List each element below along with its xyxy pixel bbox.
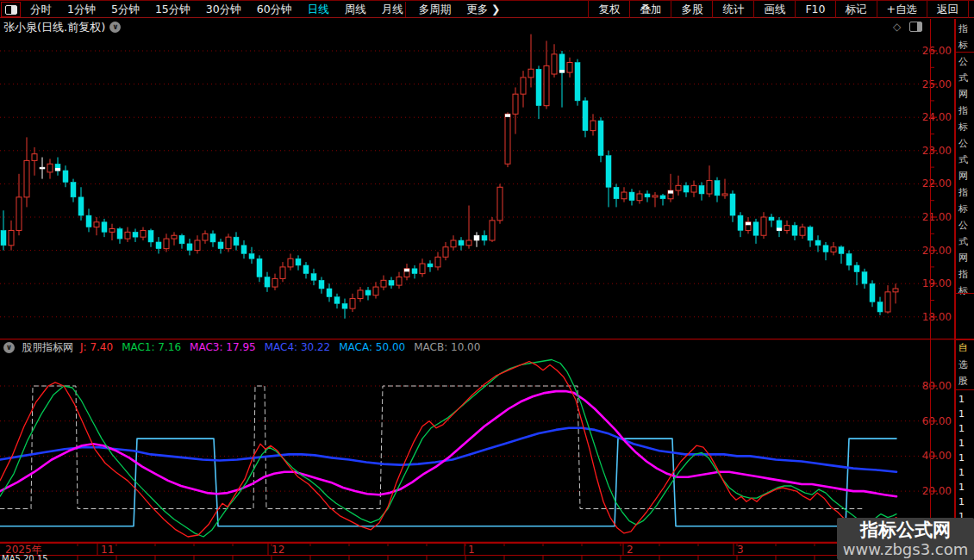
clipped-glyph: 1 [958, 395, 974, 405]
svg-text:20.00: 20.00 [922, 485, 952, 497]
indicator-value-MAC3: MAC3: 17.95 [190, 341, 256, 353]
toolbar-button-5[interactable]: F10 [796, 1, 835, 18]
indicator-chevron-icon[interactable]: ∨ [3, 342, 15, 353]
svg-text:3: 3 [737, 544, 744, 556]
strip-divider [956, 293, 974, 294]
clipped-glyph: 1 [958, 468, 974, 478]
period-tab-4[interactable]: 30分钟 [198, 1, 249, 18]
indicator-header: ∨ 股朋指标网 J: 7.40MAC1: 7.16MAC3: 17.95MAC4… [3, 340, 480, 354]
candlestick-chart[interactable]: 18.0019.0020.0021.0022.0023.0024.0025.00… [0, 19, 974, 339]
trading-app-screen: 分时1分钟5分钟15分钟30分钟60分钟日线周线月线多周期更多 ❯ 复权叠加多股… [0, 0, 974, 560]
clipped-glyph: 公 [958, 221, 974, 231]
clipped-glyph: 指 [958, 106, 974, 116]
strip-divider [956, 52, 974, 53]
period-tab-9[interactable]: 多周期 [411, 1, 459, 18]
svg-text:21.00: 21.00 [922, 211, 952, 223]
indicator-value-MAC1: MAC1: 7.16 [122, 341, 181, 353]
svg-text:18.00: 18.00 [922, 311, 952, 323]
clipped-glyph: 公 [958, 139, 974, 149]
clipped-glyph: 1 [958, 482, 974, 493]
watermark: 指标公式网 www.zbgs3.com [837, 518, 974, 560]
clipped-glyph: 1 [958, 453, 974, 464]
svg-text:12: 12 [272, 544, 284, 556]
watermark-url: www.zbgs3.com [837, 541, 974, 558]
svg-text:20.00: 20.00 [922, 245, 952, 257]
menu-separator [405, 2, 406, 17]
clipped-glyph: 式 [958, 73, 974, 84]
clipped-glyph: 标 [958, 286, 974, 296]
clipped-glyph: 自 [958, 343, 974, 353]
toolbar-button-6[interactable]: 标记 [836, 1, 877, 18]
clipped-glyph: 指 [958, 188, 974, 198]
period-tab-7[interactable]: 周线 [337, 1, 374, 18]
svg-text:40.00: 40.00 [922, 450, 952, 462]
window-split-icon [5, 5, 17, 15]
right-edge-strip: 指标公式网指标公式网指标公式网指标自选股111111111 [955, 19, 974, 560]
svg-text:11: 11 [101, 544, 114, 556]
clipped-glyph: 1 [958, 409, 974, 420]
clipped-glyph: 股 [958, 376, 974, 387]
clipped-glyph: 网 [958, 90, 974, 100]
clipped-glyph: 网 [958, 171, 974, 182]
indicator-chart[interactable]: 20.0040.0060.0080.00 [0, 339, 974, 543]
clipped-glyph: 1 [958, 497, 974, 507]
window-split-button[interactable] [1, 2, 21, 17]
svg-text:2025年: 2025年 [5, 544, 42, 556]
svg-text:26.00: 26.00 [922, 45, 952, 57]
watermark-title: 指标公式网 [837, 519, 974, 541]
toolbar-button-8[interactable]: 返回 [927, 1, 968, 18]
clipped-glyph: 标 [958, 204, 974, 215]
indicator-values: J: 7.40MAC1: 7.16MAC3: 17.95MAC4: 30.22M… [80, 341, 480, 353]
indicator-value-MAC4: MAC4: 30.22 [265, 341, 331, 353]
clipped-glyph: 指 [958, 270, 974, 280]
period-menu: 分时1分钟5分钟15分钟30分钟60分钟日线周线月线多周期更多 ❯ [22, 1, 509, 18]
svg-text:23.00: 23.00 [922, 145, 952, 157]
svg-text:2: 2 [627, 544, 634, 556]
indicator-name[interactable]: 股朋指标网 [22, 340, 73, 355]
period-tab-3[interactable]: 15分钟 [147, 1, 198, 18]
bottom-clipped-text: MA5 20.15 [2, 555, 97, 560]
clipped-glyph: 式 [958, 237, 974, 247]
clipped-glyph: 1 [958, 439, 974, 449]
period-tab-0[interactable]: 分时 [22, 1, 59, 18]
top-menu-bar: 分时1分钟5分钟15分钟30分钟60分钟日线周线月线多周期更多 ❯ 复权叠加多股… [0, 0, 974, 18]
period-tab-6[interactable]: 日线 [300, 1, 337, 18]
strip-divider [956, 339, 974, 340]
clipped-glyph: 标 [958, 122, 974, 133]
svg-text:24.00: 24.00 [922, 111, 952, 123]
clipped-glyph: 指 [958, 24, 974, 34]
svg-text:19.00: 19.00 [922, 277, 952, 289]
svg-text:60.00: 60.00 [922, 415, 952, 427]
clipped-glyph: 1 [958, 424, 974, 434]
svg-text:25.00: 25.00 [922, 78, 952, 90]
indicator-value-MACB: MACB: 10.00 [414, 341, 480, 353]
period-tab-2[interactable]: 5分钟 [103, 1, 147, 18]
toolbar-button-4[interactable]: 画线 [754, 1, 796, 18]
period-tab-10[interactable]: 更多 ❯ [459, 1, 508, 18]
svg-text:22.00: 22.00 [922, 177, 952, 190]
svg-text:80.00: 80.00 [922, 380, 952, 392]
strip-divider [956, 389, 974, 390]
toolbar-button-3[interactable]: 统计 [713, 1, 754, 18]
toolbar-button-1[interactable]: 叠加 [630, 1, 671, 18]
toolbar-button-0[interactable]: 复权 [589, 1, 630, 18]
indicator-value-MACA: MACA: 50.00 [339, 341, 405, 353]
toolbar-button-7[interactable]: +自选 [877, 1, 927, 18]
toolbar-right: 复权叠加多股统计画线F10标记+自选返回 [588, 1, 969, 18]
clipped-glyph: 选 [958, 360, 974, 370]
indicator-value-J: J: 7.40 [80, 341, 113, 353]
clipped-glyph: 式 [958, 155, 974, 165]
clipped-glyph: 标 [958, 40, 974, 51]
date-axis: 2025年1112123 [0, 543, 974, 560]
svg-text:1: 1 [468, 544, 475, 556]
period-tab-5[interactable]: 60分钟 [249, 1, 300, 18]
period-tab-1[interactable]: 1分钟 [59, 1, 103, 18]
clipped-glyph: 网 [958, 253, 974, 264]
toolbar-button-2[interactable]: 多股 [671, 1, 713, 18]
clipped-glyph: 公 [958, 57, 974, 67]
